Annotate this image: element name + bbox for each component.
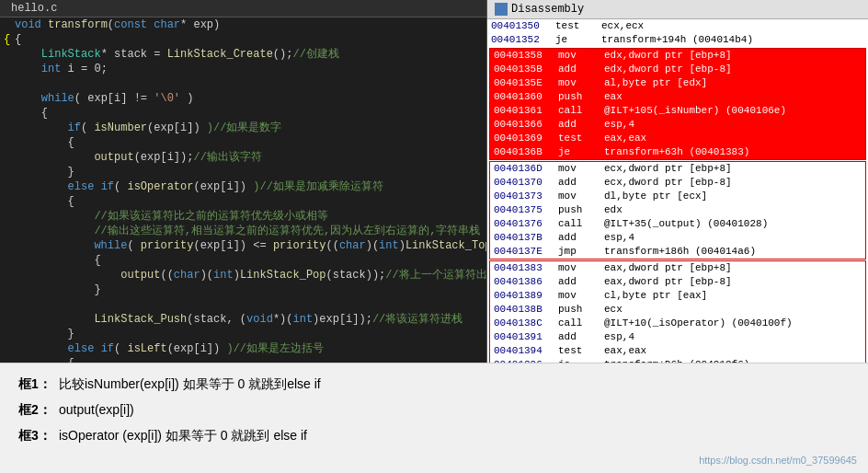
disasm-ops: @ILT+10(_isOperator) (0040100f): [604, 317, 793, 330]
disasm-ops: eax,dword ptr [ebp-8]: [604, 275, 732, 289]
disasm-inst: mov: [558, 76, 604, 90]
code-content[interactable]: void transform(const char* exp){{ LinkSt…: [0, 17, 486, 363]
disasm-inst: add: [558, 63, 604, 76]
disasm-addr: 00401376: [494, 217, 558, 231]
disasm-inst: mov: [558, 190, 604, 203]
disasm-ops: ecx,dword ptr [ebp+8]: [604, 162, 732, 176]
disasm-row: 00401386addeax,dword ptr [ebp-8]: [490, 275, 865, 289]
disasm-row: 00401361call@ILT+105(_isNumber) (0040106…: [490, 104, 865, 118]
arrow-indicator: {: [4, 32, 15, 47]
disasm-addr: 00401352: [491, 33, 555, 47]
code-line: //输出这些运算符,相当运算之前的运算符优先,因为从左到右运算的,字符串栈: [0, 224, 486, 238]
code-text: {: [15, 32, 21, 47]
disasm-ops: esp,4: [604, 118, 634, 132]
code-line: else if( isOperator(exp[i]) )//如果是加减乘除运算…: [0, 179, 486, 194]
disasm-row: 0040138Ccall@ILT+10(_isOperator) (004010…: [490, 317, 865, 330]
disasm-ops: eax,eax: [604, 132, 646, 145]
disasm-row: 00401383moveax,dword ptr [ebp+8]: [490, 261, 865, 275]
disasm-inst: add: [558, 176, 604, 190]
disasm-row: 00401369testeax,eax: [490, 132, 865, 145]
line-spacer: [4, 253, 15, 268]
disasm-addr: 00401350: [491, 19, 555, 33]
disasm-panel: Disassembly 00401350testecx,ecx00401352j…: [487, 0, 868, 363]
code-tab: hello.c: [0, 0, 486, 17]
code-line: [0, 297, 486, 312]
disasm-row: 00401375pushedx: [490, 203, 865, 217]
disasm-addr: 00401389: [494, 289, 558, 303]
disasm-inst: jmp: [558, 245, 604, 259]
disasm-addr: 00401360: [494, 90, 558, 104]
disasm-box-group: 00401358movedx,dword ptr [ebp+8]0040135B…: [489, 48, 866, 160]
code-line: if( isNumber(exp[i]) )//如果是数字: [0, 121, 486, 135]
line-spacer: [4, 91, 15, 106]
disasm-inst: add: [558, 275, 604, 289]
annotation-line: 框3：isOperator (exp[i]) 如果等于 0 就跳到 else i…: [18, 422, 850, 448]
disasm-addr: 00401358: [494, 49, 558, 63]
disasm-row: 00401394testeax,eax: [490, 344, 865, 358]
line-spacer: [4, 268, 15, 283]
code-text: //输出这些运算符,相当运算之前的运算符优先,因为从左到右运算的,字符串栈: [15, 224, 480, 238]
disasm-row: 00401389movcl,byte ptr [eax]: [490, 289, 865, 303]
disasm-row: 0040137Baddesp,4: [490, 231, 865, 245]
line-spacer: [4, 106, 15, 121]
line-spacer: [4, 165, 15, 179]
annotation-label: 框2：: [18, 397, 55, 422]
disasm-inst: push: [558, 90, 604, 104]
disasm-addr: 0040137E: [494, 245, 558, 259]
disasm-inst: mov: [558, 162, 604, 176]
disasm-inst: add: [558, 330, 604, 344]
code-line: else if( isLeft(exp[i]) )//如果是左边括号: [0, 341, 486, 356]
disasm-row: 0040138Bpushecx: [490, 303, 865, 317]
disasm-ops: cl,byte ptr [eax]: [604, 289, 707, 303]
disasm-ops: edx,dword ptr [ebp+8]: [604, 49, 732, 63]
disasm-inst: call: [558, 217, 604, 231]
disasm-inst: mov: [558, 289, 604, 303]
line-spacer: [4, 47, 15, 62]
disasm-ops: ecx,ecx: [601, 19, 644, 33]
disasm-ops: @ILT+105(_isNumber) (0040106e): [604, 104, 786, 118]
disasm-ops: eax,dword ptr [ebp+8]: [604, 261, 732, 275]
line-spacer: [4, 194, 15, 209]
code-text: {: [15, 135, 74, 150]
code-line: int i = 0;: [0, 62, 486, 76]
line-spacer: [4, 283, 15, 297]
disasm-addr: 00401391: [494, 330, 558, 344]
code-tab-title: hello.c: [11, 2, 57, 15]
code-panel: hello.c void transform(const char* exp){…: [0, 0, 487, 363]
watermark: https://blog.csdn.net/m0_37599645: [699, 455, 857, 466]
disasm-addr: 00401361: [494, 104, 558, 118]
disasm-inst: mov: [558, 261, 604, 275]
code-text: if( isNumber(exp[i]) )//如果是数字: [15, 121, 281, 135]
annotation-line: 框1：比较isNumber(exp[i]) 如果等于 0 就跳到else if: [18, 371, 850, 397]
disasm-row: 00401370addecx,dword ptr [ebp-8]: [490, 176, 865, 190]
disasm-ops: esp,4: [604, 231, 634, 245]
code-line: {: [0, 356, 486, 363]
code-text: }: [15, 327, 74, 341]
code-line: LinkStack_Push(stack, (void*)(int)exp[i]…: [0, 312, 486, 327]
code-line: }: [0, 283, 486, 297]
code-text: output((char)(int)LinkStack_Pop(stack));…: [15, 268, 486, 283]
disasm-inst: call: [558, 317, 604, 330]
disasm-addr: 00401373: [494, 190, 558, 203]
code-line: //如果该运算符比之前的运算符优先级小或相等: [0, 209, 486, 224]
disasm-row: 0040137Ejmptransform+186h (004014a6): [490, 245, 865, 259]
disasm-row: 00401352jetransform+194h (004014b4): [487, 33, 868, 47]
disasm-content[interactable]: 00401350testecx,ecx00401352jetransform+1…: [487, 19, 868, 363]
disasm-box-group: 0040136Dmovecx,dword ptr [ebp+8]00401370…: [489, 161, 866, 260]
code-text: {: [15, 253, 101, 268]
code-text: //如果该运算符比之前的运算符优先级小或相等: [15, 209, 328, 224]
code-text: }: [15, 283, 101, 297]
disasm-ops: eax,eax: [604, 344, 646, 358]
disasm-addr: 00401370: [494, 176, 558, 190]
code-text: while( priority(exp[i]) <= priority((cha…: [15, 238, 486, 253]
line-spacer: [4, 297, 15, 312]
code-line: {: [0, 194, 486, 209]
top-panel: hello.c void transform(const char* exp){…: [0, 0, 868, 363]
code-line: while( priority(exp[i]) <= priority((cha…: [0, 238, 486, 253]
line-spacer: [4, 62, 15, 76]
line-spacer: [4, 238, 15, 253]
code-text: void transform(const char* exp): [15, 17, 220, 32]
code-text: output(exp[i]);//输出该字符: [15, 150, 262, 165]
annotation-text: isOperator (exp[i]) 如果等于 0 就跳到 else if: [59, 422, 307, 448]
disasm-addr: 00401386: [494, 275, 558, 289]
